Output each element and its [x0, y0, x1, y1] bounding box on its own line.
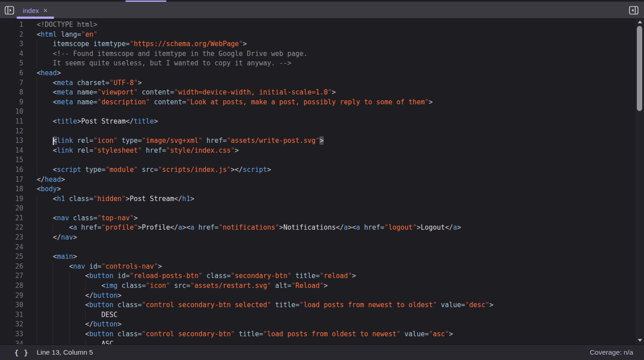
code-token: src= [170, 282, 190, 290]
editor-window: index ✕ 1<!DOCTYPE html>2<html lang="en"… [0, 0, 644, 360]
code-line[interactable]: 13<link rel="icon" type="image/svg+xml" … [0, 136, 644, 146]
code-line[interactable]: 18<body> [0, 184, 644, 194]
code-token: < [53, 117, 57, 125]
code-token: Look at posts, make a post, possibly rep… [190, 98, 425, 106]
vertical-scrollbar[interactable] [635, 19, 644, 344]
code-token: Post Stream [130, 195, 174, 203]
code-token: profile [106, 223, 134, 231]
code-token: meta [57, 88, 73, 96]
indent-guides [37, 107, 53, 117]
code-token: title= [271, 301, 299, 309]
code-token: < [53, 98, 57, 106]
code-line[interactable]: 33<button class="control secondary-btn" … [0, 330, 644, 339]
code-token: > [417, 223, 421, 231]
code-token: " [130, 40, 134, 48]
code-token: > [134, 214, 138, 222]
panel-right-icon [629, 5, 639, 15]
code-token: > [190, 195, 194, 203]
code-line[interactable]: 6<head> [0, 69, 644, 78]
code-token: lang= [57, 30, 81, 39]
code-token: style/index.css [170, 146, 230, 154]
code-braces-icon[interactable]: { } [14, 348, 29, 357]
code-token: content= [138, 88, 174, 96]
code-token: " [142, 301, 146, 309]
code-line[interactable]: 7<meta charset="UTF-8"> [0, 78, 644, 88]
code-line[interactable]: 32</button> [0, 320, 644, 330]
code-line[interactable]: 21<nav class="top-nav"> [0, 214, 644, 223]
code-token: < [53, 253, 57, 261]
code-token: secondary-btn [235, 272, 287, 280]
code-token: " [328, 88, 332, 96]
scrollbar-thumb[interactable] [637, 26, 642, 111]
panel-left-icon [4, 5, 14, 15]
line-number: 15 [0, 155, 23, 165]
code-token: https://schema.org/WebPage [134, 40, 239, 48]
code-token: </ [85, 320, 93, 328]
code-line[interactable]: 29</button> [0, 291, 644, 301]
code-token: " [138, 146, 142, 154]
code-line[interactable]: 3itemscope itemtype="https://schema.org/… [0, 39, 644, 49]
cursor-position-indicator[interactable]: Line 13, Column 5 [37, 348, 93, 356]
scroll-down-icon[interactable] [638, 339, 642, 342]
indent-guides [37, 271, 85, 281]
code-token: nav [61, 233, 73, 241]
code-token: assets/write-post.svg [230, 137, 316, 145]
code-line[interactable]: 2<html lang="en" [0, 30, 644, 40]
panel-left-toggle-button[interactable] [4, 4, 15, 16]
code-line[interactable]: 25<main> [0, 252, 644, 262]
indent-guides [37, 49, 53, 59]
code-line[interactable]: 11<title>Post Stream</title> [0, 117, 644, 127]
code-line[interactable]: 19<h1 class="hidden">Post Stream</h1> [0, 194, 644, 204]
code-line[interactable]: 27<button id="reload-posts-btn" class="s… [0, 271, 644, 281]
code-line[interactable]: 23</nav> [0, 233, 644, 243]
code-token: button [93, 320, 117, 328]
line-number: 25 [0, 252, 23, 262]
code-line[interactable]: 14<link rel="stylesheet" href="style/ind… [0, 146, 644, 156]
code-token: meta [57, 98, 73, 106]
code-token: control secondary-btn selected [146, 301, 267, 309]
line-number: 13 [0, 136, 23, 146]
code-line[interactable]: 31DESC [0, 310, 644, 320]
code-line[interactable]: 30<button class="control secondary-btn s… [0, 300, 644, 310]
code-line[interactable]: 4<!-- Found itemscope and itemtype in th… [0, 49, 644, 59]
code-editor[interactable]: 1<!DOCTYPE html>2<html lang="en"3itemsco… [0, 19, 644, 344]
line-number: 27 [0, 271, 23, 281]
code-line[interactable]: 12 [0, 127, 644, 137]
code-token: </ [170, 223, 178, 231]
code-line[interactable]: 15 [0, 155, 644, 165]
indent-guides [37, 243, 53, 253]
code-line[interactable]: 24 [0, 243, 644, 253]
code-line[interactable]: 10 [0, 107, 644, 117]
code-token: main [57, 253, 73, 261]
code-token: It seems quite useless, but I wanted to … [53, 59, 291, 67]
code-line[interactable]: 1<!DOCTYPE html> [0, 20, 644, 30]
line-number: 20 [0, 204, 23, 214]
code-line[interactable]: 16<script type="module" src="scripts/ind… [0, 165, 644, 175]
code-lines: 1<!DOCTYPE html>2<html lang="en"3itemsco… [0, 20, 644, 344]
code-token: DESC [101, 311, 117, 319]
line-number: 1 [0, 20, 23, 30]
indent-guides [37, 98, 53, 107]
code-token: </ [53, 233, 61, 241]
code-line[interactable]: 28<img class="icon" src="assets/restart.… [0, 281, 644, 291]
code-token: </ [445, 223, 453, 231]
code-token: </ [85, 291, 93, 300]
code-token: > [138, 223, 142, 231]
code-line[interactable]: 34ASC [0, 339, 644, 344]
code-token: viewport [101, 88, 133, 96]
code-token: > [267, 166, 271, 174]
scroll-up-icon[interactable] [638, 21, 642, 23]
code-line[interactable]: 9<meta name="description" content="Look … [0, 98, 644, 107]
code-token: asc [433, 330, 445, 338]
code-line[interactable]: 17</head> [0, 175, 644, 185]
code-line[interactable]: 5It seems quite useless, but I wanted to… [0, 59, 644, 69]
code-line[interactable]: 26<nav id="controls-nav"> [0, 262, 644, 272]
code-line[interactable]: 22<a href="profile">Profile</a><a href="… [0, 223, 644, 233]
code-token: meta [57, 79, 73, 87]
indent-guides [37, 39, 53, 49]
panel-right-toggle-button[interactable] [628, 4, 640, 16]
code-line[interactable]: 8<meta name="viewport" content="width=de… [0, 88, 644, 98]
code-token: " [230, 330, 235, 338]
code-line[interactable]: 20 [0, 204, 644, 214]
close-icon[interactable]: ✕ [43, 8, 48, 13]
